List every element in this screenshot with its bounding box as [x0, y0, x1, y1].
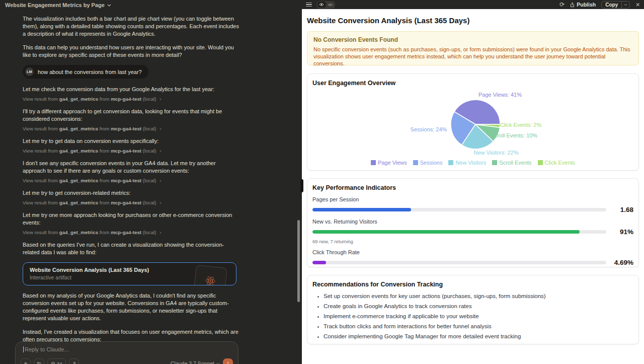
kpi-bar-track	[312, 261, 606, 264]
text-caret	[23, 346, 24, 352]
user-message-text: how about the conversions from last year…	[38, 69, 142, 75]
kpi-card-title: Key Performance Indicators	[312, 179, 633, 191]
kpi-bar-fill	[312, 230, 580, 234]
kpi-bar-fill	[312, 208, 411, 211]
artifact-preview-card[interactable]: Website Conversion Analysis (Last 365 Da…	[23, 262, 236, 285]
kpi-bar-fill	[312, 261, 326, 264]
chat-scrollbar-thumb[interactable]	[297, 220, 300, 302]
composer: Reply to Claude... + 34 Claude 3.7 Sonne…	[15, 341, 238, 364]
legend-swatch	[413, 160, 418, 165]
code-toggle-button[interactable]: </>	[326, 2, 335, 8]
conversation-title-menu[interactable]: Website Engagement Metrics by Page	[5, 0, 111, 10]
assistant-paragraph: I don't see any specific conversion even…	[23, 160, 239, 175]
kpi-rows: Pages per Session1.68New vs. Returning V…	[312, 196, 633, 266]
tool-result-row[interactable]: View result from ga4_get_metrics from mc…	[23, 200, 239, 205]
tool-result-row[interactable]: View result from ga4_get_metrics from mc…	[23, 126, 239, 131]
recommendations-list: Set up conversion events for key user ac…	[312, 293, 633, 339]
legend-swatch	[371, 160, 376, 165]
conversation-title: Website Engagement Metrics by Page	[5, 2, 105, 8]
legend-swatch	[492, 160, 497, 165]
pie-label-sessions: Sessions: 24%	[411, 126, 447, 132]
chevron-right-icon: ›	[159, 200, 161, 205]
legend-label: Page Views	[378, 160, 407, 166]
copy-options-button[interactable]	[621, 2, 629, 8]
tools-count: 34	[57, 361, 62, 364]
user-message: LMhow about the conversions from last ye…	[23, 65, 239, 79]
pie-label-new-visitors: New Visitors: 22%	[473, 150, 518, 156]
warning-title: No Conversion Events Found	[313, 36, 632, 43]
pie-label-click-events: Click Events: 2%	[500, 122, 542, 128]
kpi-value: 1.68	[611, 206, 633, 213]
share-icon	[570, 2, 575, 8]
tools-icon	[51, 361, 55, 364]
legend-label: Scroll Events	[499, 160, 531, 166]
kpi-bar-row: 4.69%	[312, 259, 633, 266]
preview-code-toggle: </>	[316, 1, 335, 9]
kpi-label: Pages per Session	[312, 196, 633, 202]
chevron-down-icon	[624, 4, 627, 6]
assistant-paragraph: This data can help you understand how us…	[23, 44, 239, 59]
panel-resize-handle[interactable]	[300, 179, 303, 192]
kpi-note: 69 new, 7 returning	[312, 239, 633, 244]
kpi-bar-track	[312, 230, 606, 234]
chat-panel: Website Engagement Metrics by Page The v…	[0, 0, 302, 364]
chat-message-list: The visualization includes both a bar ch…	[23, 15, 239, 347]
artifact-list-icon[interactable]	[306, 3, 312, 7]
recommendation-item: Set up conversion events for key user ac…	[324, 293, 633, 299]
reply-placeholder: Reply to Claude...	[25, 346, 68, 352]
pie-legend: Page ViewsSessionsNew VisitorsScroll Eve…	[307, 160, 638, 166]
model-selector[interactable]: Claude 3.7 Sonnet	[171, 360, 220, 364]
artifact-toolbar: </> ⟳ Publish Copy ✕	[302, 0, 644, 9]
kpi-value: 4.69%	[611, 259, 633, 266]
publish-button[interactable]: Publish	[570, 2, 596, 8]
copy-split-button: Copy	[601, 1, 630, 9]
assistant-paragraph: Based on my analysis of your Google Anal…	[23, 292, 239, 322]
legend-label: New Visitors	[455, 160, 486, 166]
chevron-right-icon: ›	[159, 178, 161, 183]
artifact-title: Website Conversion Analysis (Last 365 Da…	[307, 16, 469, 25]
react-logo-icon	[204, 275, 216, 285]
close-icon[interactable]: ✕	[635, 2, 640, 8]
legend-label: Click Events	[545, 160, 576, 166]
publish-label: Publish	[577, 2, 596, 8]
tune-button[interactable]	[34, 358, 44, 364]
kpi-bar-track	[312, 208, 606, 211]
pie-label-scroll-events: Scroll Events: 10%	[491, 132, 537, 138]
sliders-icon	[36, 361, 42, 364]
engagement-pie-chart	[445, 94, 506, 155]
send-button[interactable]: ↑	[223, 358, 233, 364]
chevron-down-icon	[216, 362, 220, 364]
chevron-right-icon: ›	[159, 96, 161, 102]
tool-result-row[interactable]: View result from ga4_get_metrics from mc…	[23, 148, 239, 154]
preview-toggle-button[interactable]	[317, 2, 326, 8]
assistant-paragraph: The visualization includes both a bar ch…	[23, 15, 239, 38]
warning-body: No specific conversion events (such as p…	[313, 46, 632, 67]
kpi-value: 91%	[611, 228, 633, 236]
tool-result-row[interactable]: View result from ga4_get_metrics from mc…	[23, 96, 239, 102]
reply-input[interactable]: Reply to Claude...	[23, 346, 232, 352]
legend-item-page-views: Page Views	[371, 160, 407, 166]
artifact-card-title: Website Conversion Analysis (Last 365 Da…	[30, 267, 149, 273]
copy-button[interactable]: Copy	[602, 2, 621, 8]
chevron-down-icon	[107, 4, 111, 7]
assistant-paragraph: Let me try to get conversion-related met…	[23, 189, 239, 197]
refresh-icon[interactable]: ⟳	[559, 2, 565, 8]
recommendation-item: Create goals in Google Analytics to trac…	[324, 303, 633, 309]
legend-swatch	[448, 160, 453, 165]
composer-toolbar: + 34 Claude 3.7 Sonnet ↑	[21, 358, 233, 364]
user-avatar: LM	[25, 67, 34, 76]
legend-swatch	[538, 160, 543, 165]
model-name: Claude 3.7 Sonnet	[171, 360, 214, 364]
tool-result-row[interactable]: View result from ga4_get_metrics from mc…	[23, 230, 239, 235]
tools-menu-button[interactable]: 34	[47, 358, 66, 364]
chevron-right-icon: ›	[159, 230, 161, 235]
expand-button[interactable]	[69, 358, 79, 364]
tool-result-row[interactable]: View result from ga4_get_metrics from mc…	[23, 178, 239, 183]
artifact-thumbnail	[193, 265, 227, 285]
recommendation-item: Consider implementing Google Tag Manager…	[324, 333, 633, 339]
legend-label: Sessions	[420, 160, 443, 166]
attach-button[interactable]: +	[21, 358, 31, 364]
legend-item-scroll-events: Scroll Events	[492, 160, 531, 166]
recommendations-card: Recommendations for Conversion Tracking …	[307, 275, 639, 344]
kpi-bar-row: 1.68	[312, 206, 633, 213]
